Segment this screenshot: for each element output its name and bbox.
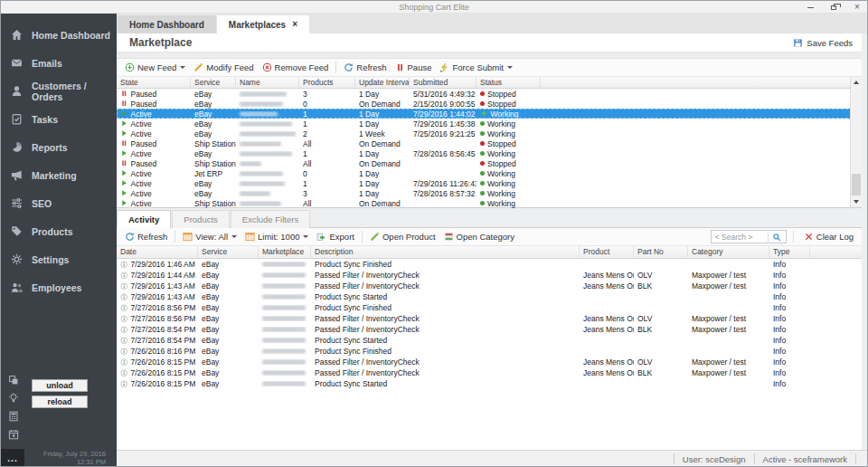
redacted-text <box>262 370 306 376</box>
feed-row[interactable]: PausedeBay31 Day5/31/2016 4:49:32 AMStop… <box>117 89 862 99</box>
save-feeds-button[interactable]: Save Feeds <box>793 38 853 48</box>
column-header-type[interactable]: Type <box>769 246 810 258</box>
pause-icon <box>120 90 128 98</box>
close-tab-icon[interactable]: × <box>292 20 297 29</box>
minimize-button[interactable] <box>804 2 816 13</box>
tab-products[interactable]: Products <box>172 210 230 228</box>
feed-row[interactable]: PausedShip StationAllOn DemandStopped <box>117 158 862 168</box>
lightbulb-icon[interactable] <box>8 393 19 404</box>
activity-row[interactable]: 7/29/2016 1:43 AMeBayPassed Filter / Inv… <box>117 281 862 291</box>
column-header-description[interactable]: Description <box>311 246 580 258</box>
sidebar-item-label: Home Dashboard <box>32 30 110 41</box>
feed-row[interactable]: ActiveShip StationAllOn DemandWorking <box>117 198 862 208</box>
play-icon <box>120 110 128 118</box>
sidebar-item-marketing[interactable]: Marketing <box>1 161 117 189</box>
cell-service: eBay <box>198 303 259 312</box>
column-header-marketplace_blur[interactable]: Marketplace <box>259 246 311 258</box>
cell-service: eBay <box>191 90 236 99</box>
refresh-button[interactable]: Refresh <box>340 61 390 74</box>
activity-limit-1000-button[interactable]: Limit: 1000 <box>241 230 312 243</box>
new-feed-button[interactable]: New Feed <box>121 61 189 74</box>
column-header-submitted[interactable]: Submitted <box>410 77 476 88</box>
sidebar-item-tasks[interactable]: Tasks <box>1 105 117 133</box>
column-header-service[interactable]: Service <box>191 77 236 88</box>
feed-row[interactable]: ActiveeBay11 Day7/29/2016 1:45:38 AMWork… <box>117 119 862 129</box>
activity-row[interactable]: 7/27/2016 8:56 PMeBayPassed Filter / Inv… <box>117 313 862 324</box>
feed-row[interactable]: ActiveeBay11 Day7/29/2016 11:26:43...Wor… <box>117 178 862 188</box>
status-green-dot <box>480 131 485 136</box>
column-header-service[interactable]: Service <box>198 246 259 258</box>
activity-export-button[interactable]: Export <box>313 230 357 243</box>
feed-row[interactable]: PausedShip StationAllOn DemandStopped <box>117 138 862 148</box>
sidebar-item-seo[interactable]: SEO <box>1 189 117 217</box>
calendar-icon[interactable] <box>8 429 19 440</box>
activity-row[interactable]: 7/27/2016 8:54 PMeBayPassed Filter / Inv… <box>117 324 862 335</box>
sidebar-item-home-dashboard[interactable]: Home Dashboard <box>1 21 117 49</box>
sidebar-item-customers-orders[interactable]: Customers / Orders <box>1 77 117 105</box>
window-title: Shopping Cart Elite <box>1 3 867 12</box>
tab-home-dashboard[interactable]: Home Dashboard <box>118 15 216 33</box>
feed-row[interactable]: ActiveJet ERP01 DayWorking <box>117 168 862 178</box>
pause-button[interactable]: Pause <box>392 61 436 74</box>
search-input[interactable] <box>712 231 768 243</box>
activity-row[interactable]: 7/26/2016 8:15 PMeBayPassed Filter / Inv… <box>117 357 862 367</box>
activity-open-category-button[interactable]: Open Category <box>440 230 518 243</box>
activity-row[interactable]: 7/27/2016 8:56 PMeBayProduct Sync Finish… <box>117 302 862 313</box>
activity-row[interactable]: 7/29/2016 1:46 AMeBayProduct Sync Finish… <box>117 259 862 270</box>
calculator-icon[interactable] <box>8 411 19 422</box>
tab-marketplaces[interactable]: Marketplaces× <box>217 15 309 33</box>
column-header-status[interactable]: Status <box>476 77 541 88</box>
sidebar-item-employees[interactable]: Employees <box>1 273 117 301</box>
feed-row[interactable]: ActiveeBay21 Week7/25/2016 9:21:25 PMWor… <box>117 129 862 138</box>
unload-button[interactable]: unload <box>32 379 88 392</box>
activity-view-all-button[interactable]: View: All <box>179 230 241 243</box>
modify-feed-button[interactable]: Modify Feed <box>190 61 257 74</box>
column-header-partno[interactable]: Part No <box>634 246 688 258</box>
feed-row[interactable]: ActiveeBay31 Day7/28/2016 8:57:32 AMWork… <box>117 188 862 198</box>
scroll-down-icon[interactable] <box>851 196 862 207</box>
cell-products: 1 <box>299 179 355 188</box>
windows-icon[interactable] <box>8 375 19 386</box>
cell-submitted: 7/29/2016 11:26:43... <box>410 179 476 188</box>
force-submit-button[interactable]: Force Submit <box>436 61 516 74</box>
activity-row[interactable]: 7/26/2016 8:15 PMeBayPassed Filter / Inv… <box>117 367 862 378</box>
column-header-product[interactable]: Product <box>580 246 634 258</box>
tab-exclude-filters[interactable]: Exclude Filters <box>231 210 310 228</box>
activity-row[interactable]: 7/26/2016 8:16 PMeBayProduct Sync Finish… <box>117 346 862 357</box>
column-header-products[interactable]: Products <box>299 77 355 88</box>
column-header-state[interactable]: State <box>117 77 191 88</box>
sidebar-item-products[interactable]: Products <box>1 217 117 245</box>
search-icon[interactable] <box>768 230 786 243</box>
column-header-category[interactable]: Category <box>688 246 769 258</box>
column-header-date[interactable]: Date <box>117 246 198 258</box>
close-button[interactable]: × <box>851 2 863 13</box>
redacted-text <box>240 151 292 157</box>
activity-row[interactable]: 7/27/2016 8:54 PMeBayProduct Sync Starte… <box>117 335 862 346</box>
tab-activity[interactable]: Activity <box>117 210 171 228</box>
view-all-icon <box>183 232 193 242</box>
more-button[interactable]: ... <box>1 449 24 467</box>
sidebar-item-reports[interactable]: Reports <box>1 133 117 161</box>
feed-row[interactable]: PausedeBay0On Demand2/15/2016 9:00:55 AM… <box>117 99 862 109</box>
column-header-interval[interactable]: Update Interval <box>355 77 410 88</box>
sidebar-item-emails[interactable]: Emails <box>1 49 117 77</box>
feed-row[interactable]: ActiveeBay11 Day7/28/2016 8:56:45 AMWork… <box>117 148 862 158</box>
column-header-name_blur[interactable]: Name <box>236 77 299 88</box>
sidebar-item-settings[interactable]: Settings <box>1 245 117 273</box>
scrollbar-thumb[interactable] <box>852 174 861 195</box>
activity-open-product-button[interactable]: Open Product <box>366 230 439 243</box>
activity-row[interactable]: 7/29/2016 1:43 AMeBayProduct Sync Starte… <box>117 291 862 302</box>
remove-feed-button[interactable]: Remove Feed <box>259 61 333 74</box>
feeds-scrollbar[interactable] <box>850 77 862 207</box>
restore-button[interactable] <box>827 2 840 13</box>
reload-button[interactable]: reload <box>32 396 88 408</box>
feed-row[interactable]: ActiveeBay11 Day7/29/2016 1:44:02 AMWork… <box>117 109 862 119</box>
activity-row[interactable]: 7/26/2016 8:15 PMeBayProduct Sync Starte… <box>117 378 862 389</box>
activity-row[interactable]: 7/29/2016 1:44 AMeBayPassed Filter / Inv… <box>117 270 862 281</box>
cell-status: Stopped <box>476 139 541 148</box>
redacted-text <box>240 171 283 176</box>
open-product-icon <box>370 232 380 242</box>
activity-refresh-button[interactable]: Refresh <box>121 230 171 243</box>
scroll-up-icon[interactable] <box>851 77 862 88</box>
clear-log-button[interactable]: Clear Log <box>800 230 857 243</box>
